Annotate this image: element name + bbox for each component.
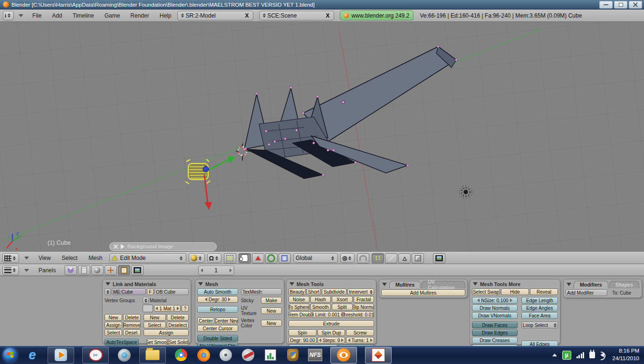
- short-toggle[interactable]: Short: [307, 288, 321, 295]
- taskbar-firefox[interactable]: [196, 348, 211, 362]
- taskbar-blender-active[interactable]: [330, 347, 357, 364]
- fractal-button[interactable]: Fractal: [354, 296, 375, 303]
- screw-button[interactable]: Screw: [346, 329, 374, 336]
- add-modifier-button[interactable]: Add Modifier: [566, 289, 607, 296]
- collapse-triangle-icon[interactable]: [473, 282, 478, 286]
- utorrent-tray-icon[interactable]: µ: [562, 351, 571, 360]
- pulldown-collapse-icon[interactable]: [24, 257, 29, 259]
- fake-user-button[interactable]: F: [147, 288, 154, 295]
- taskbar-picture-manager-active[interactable]: [365, 347, 392, 364]
- background-image-panel[interactable]: Background Image: [109, 242, 217, 251]
- orientation-dropdown[interactable]: Global: [293, 253, 338, 263]
- taskbar-internet-explorer[interactable]: e: [25, 348, 39, 362]
- center-cursor-button[interactable]: Center Cursor: [197, 325, 238, 332]
- split-button[interactable]: Split: [332, 304, 353, 310]
- menu-mesh[interactable]: Mesh: [84, 254, 106, 262]
- material-assign-button[interactable]: Assign: [144, 329, 189, 336]
- script-buttons-button[interactable]: [78, 265, 90, 275]
- taskbar-document-app[interactable]: [263, 348, 278, 362]
- proportional-edit-dropdown[interactable]: ◎: [340, 253, 355, 263]
- start-button[interactable]: [3, 348, 17, 362]
- tab-modifiers[interactable]: Modifiers: [574, 281, 608, 288]
- close-icon[interactable]: [114, 245, 118, 249]
- vgroup-assign-button[interactable]: Assign: [105, 322, 122, 328]
- increment-arrow-icon[interactable]: [230, 268, 232, 272]
- degr-stepper[interactable]: Degr: 30: [197, 296, 238, 303]
- reveal-button[interactable]: Reveal: [530, 288, 558, 295]
- collapse-triangle-icon[interactable]: [106, 282, 110, 286]
- render-preview-button[interactable]: [433, 253, 445, 263]
- edge-select-button[interactable]: [385, 253, 397, 263]
- xsort-button[interactable]: Xsort: [332, 296, 353, 303]
- minimize-button[interactable]: [599, 1, 613, 9]
- threshold-stepper[interactable]: Threshold: 0.010: [344, 311, 374, 318]
- turns-stepper[interactable]: Turns: 1: [346, 337, 374, 344]
- draw-edges-toggle[interactable]: Draw Edges: [472, 329, 518, 336]
- menu-add[interactable]: Add: [48, 11, 66, 20]
- window-type-selector[interactable]: i: [3, 11, 14, 20]
- rem-doubles-button[interactable]: Rem Doubl: [288, 311, 311, 318]
- material-query-button[interactable]: ?: [182, 305, 189, 312]
- speaker-icon[interactable]: [600, 353, 604, 357]
- scene-selector[interactable]: SCE:Scene X: [259, 11, 334, 20]
- 3d-viewport[interactable]: x z (1) Cube Background Image: [0, 22, 644, 252]
- nsize-stepper[interactable]: NSize: 0.100: [472, 297, 518, 304]
- hide-button[interactable]: Hide: [501, 288, 529, 295]
- menu-file[interactable]: File: [28, 11, 46, 20]
- center-button[interactable]: Center: [197, 317, 214, 324]
- texmesh-field[interactable]: TexMesh:: [241, 288, 282, 295]
- to-sphere-button[interactable]: To Sphere: [288, 304, 309, 310]
- tab-shapes[interactable]: Shapes: [609, 281, 639, 288]
- spin-dup-button[interactable]: Spin Dup: [317, 329, 346, 336]
- manipulator-toggle-button[interactable]: [239, 253, 251, 263]
- vgroup-delete-button[interactable]: Delete: [123, 314, 141, 321]
- menu-help[interactable]: Help: [155, 11, 176, 20]
- taskbar-ccleaner[interactable]: [241, 348, 255, 362]
- draw-faces-toggle[interactable]: Draw Faces: [472, 322, 518, 328]
- smooth-button[interactable]: Smooth: [310, 304, 331, 310]
- spin-button[interactable]: Spin: [288, 329, 317, 336]
- buttons-window-type-selector[interactable]: [2, 266, 19, 275]
- decrement-arrow-icon[interactable]: [201, 268, 203, 272]
- auto-smooth-toggle[interactable]: Auto Smooth: [197, 288, 238, 295]
- titlebar[interactable]: Blender [C:\Users\Harris\AppData\Roaming…: [0, 0, 644, 10]
- draw-type-dropdown[interactable]: [189, 253, 205, 263]
- collapse-triangle-icon[interactable]: [198, 282, 203, 286]
- degr-90-stepper[interactable]: Degr: 90.00: [288, 337, 317, 344]
- screen-selector[interactable]: SR:2-Model X: [177, 11, 253, 20]
- taskbar-camera-app[interactable]: [117, 348, 131, 362]
- scene-close-button[interactable]: X: [323, 12, 332, 19]
- manipulator-axes-button[interactable]: [224, 253, 236, 263]
- material-new-button[interactable]: New: [144, 314, 166, 321]
- restore-button[interactable]: [614, 1, 627, 9]
- set-smooth-button[interactable]: Set Smoot: [146, 339, 167, 345]
- vgroup-select-button[interactable]: Select: [105, 329, 122, 336]
- buttons-page-stepper[interactable]: 1: [198, 266, 234, 275]
- add-multires-button[interactable]: Add Multires: [381, 289, 465, 296]
- expand-arrow-icon[interactable]: [121, 244, 125, 249]
- taskbar-explorer[interactable]: [139, 347, 166, 364]
- sticky-make-button[interactable]: Make: [261, 297, 282, 304]
- limit-stepper[interactable]: Limit: 0.001: [312, 311, 343, 318]
- scene-buttons-button[interactable]: [131, 265, 144, 275]
- face-area-toggle[interactable]: Face Area: [521, 312, 558, 319]
- flip-normal-button[interactable]: Flip Normal: [354, 304, 375, 310]
- vgroup-deselect-button[interactable]: Desel.: [123, 329, 141, 336]
- collapse-triangle-icon[interactable]: [567, 283, 571, 286]
- menu-game[interactable]: Game: [100, 11, 125, 20]
- vgroup-new-button[interactable]: New: [105, 314, 122, 321]
- material-select-button[interactable]: Select: [144, 322, 166, 328]
- edge-length-toggle[interactable]: Edge Length: [521, 297, 558, 304]
- shading-buttons-button[interactable]: [91, 265, 104, 275]
- object-name-field[interactable]: OB:Cube: [154, 288, 189, 295]
- taskbar-game-app[interactable]: [286, 348, 300, 362]
- taskbar-chrome[interactable]: [174, 348, 188, 362]
- subdivide-button[interactable]: Subdivide: [322, 288, 346, 295]
- extrude-button[interactable]: Extrude: [288, 320, 374, 327]
- tray-clock[interactable]: 8:16 PM 24/11/2010: [612, 347, 639, 362]
- noise-button[interactable]: Noise: [288, 296, 309, 303]
- material-browse-button[interactable]: [143, 297, 149, 304]
- rotate-manipulator-button[interactable]: [265, 253, 278, 263]
- tab-uv-calculation[interactable]: UV Calculation: [422, 281, 465, 288]
- mesh-name-field[interactable]: ME:Cube: [112, 288, 146, 295]
